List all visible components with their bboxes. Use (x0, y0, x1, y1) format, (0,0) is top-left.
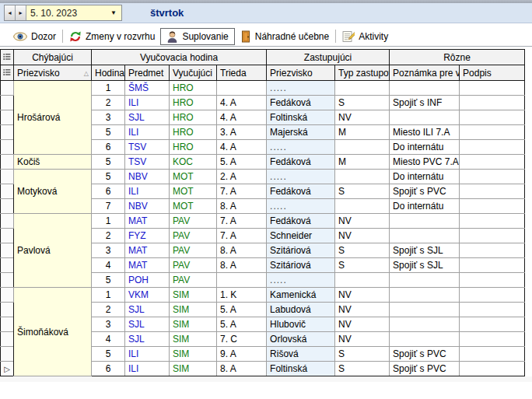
signature-cell[interactable] (460, 199, 525, 214)
subject-cell[interactable]: ILI (125, 96, 170, 110)
subject-cell[interactable]: ŠMŠ (125, 81, 170, 96)
note-cell[interactable] (390, 110, 460, 125)
signature-cell[interactable] (460, 184, 525, 199)
note-cell[interactable] (390, 81, 460, 96)
column-header-priezvisko-missing[interactable]: △ Priezvisko (14, 65, 92, 81)
class-cell[interactable]: 4. A (217, 140, 267, 155)
class-cell[interactable]: 8. A (217, 243, 267, 258)
lesson-number-cell[interactable]: 4 (92, 258, 125, 273)
teacher-code-cell[interactable]: SIM (170, 347, 217, 362)
row-selector-cell[interactable] (1, 229, 14, 243)
substitute-teacher-cell[interactable]: Fedáková (267, 155, 335, 170)
class-cell[interactable]: 8. A (217, 258, 267, 273)
missing-teacher-cell[interactable]: Kočiš (14, 155, 92, 170)
tab-aktivity[interactable]: Aktivity (337, 28, 394, 45)
row-selector-cell[interactable] (1, 258, 14, 273)
teacher-code-cell[interactable]: MOT (170, 199, 217, 214)
lesson-number-cell[interactable]: 2 (92, 303, 125, 317)
column-header-hodina[interactable]: Hodina (92, 65, 125, 81)
signature-cell[interactable] (460, 81, 525, 96)
lesson-number-cell[interactable]: 2 (92, 229, 125, 243)
substitution-type-cell[interactable] (335, 81, 390, 96)
note-cell[interactable]: Miesto ILI 7.A (390, 125, 460, 140)
substitution-type-cell[interactable]: NV (335, 317, 390, 332)
substitute-teacher-cell[interactable]: Labudová (267, 303, 335, 317)
teacher-code-cell[interactable]: HRO (170, 140, 217, 155)
substitution-type-cell[interactable]: NV (335, 110, 390, 125)
signature-cell[interactable] (460, 155, 525, 170)
note-cell[interactable]: Spojiť s PVC (390, 347, 460, 362)
substitution-type-cell[interactable] (335, 170, 390, 184)
signature-cell[interactable] (460, 243, 525, 258)
substitute-teacher-cell[interactable]: Foltinská (267, 110, 335, 125)
class-cell[interactable]: 8. A (217, 362, 267, 376)
substitute-teacher-cell[interactable]: Fedáková (267, 184, 335, 199)
class-cell[interactable]: 5. A (217, 303, 267, 317)
lesson-number-cell[interactable]: 5 (92, 273, 125, 288)
row-selector-cell[interactable] (1, 214, 14, 229)
class-cell[interactable]: 1. K (217, 288, 267, 303)
lesson-number-cell[interactable]: 1 (92, 81, 125, 96)
class-cell[interactable]: 5. A (217, 317, 267, 332)
row-selector-cell[interactable] (1, 317, 14, 332)
note-cell[interactable]: Miesto PVC 7.A (390, 155, 460, 170)
lesson-number-cell[interactable]: 3 (92, 317, 125, 332)
note-cell[interactable] (390, 214, 460, 229)
substitute-teacher-cell[interactable]: Szitáriová (267, 243, 335, 258)
lesson-number-cell[interactable]: 7 (92, 199, 125, 214)
substitute-teacher-cell[interactable]: Fedáková (267, 214, 335, 229)
subject-cell[interactable]: SJL (125, 317, 170, 332)
next-day-button[interactable]: ▸ (16, 5, 26, 20)
tab-suplovanie[interactable]: Suplovanie (160, 28, 234, 45)
substitution-type-cell[interactable] (335, 273, 390, 288)
class-cell[interactable]: 4. A (217, 110, 267, 125)
substitution-type-cell[interactable]: M (335, 155, 390, 170)
subject-cell[interactable]: TSV (125, 155, 170, 170)
teacher-code-cell[interactable]: HRO (170, 81, 217, 96)
note-cell[interactable]: Spojiť s PVC (390, 362, 460, 376)
subject-cell[interactable]: ILI (125, 184, 170, 199)
row-selector-cell[interactable] (1, 347, 14, 362)
note-cell[interactable] (390, 303, 460, 317)
substitute-teacher-cell[interactable]: ..... (267, 199, 335, 214)
subject-cell[interactable]: ILI (125, 362, 170, 376)
class-cell[interactable]: 7. C (217, 332, 267, 347)
signature-cell[interactable] (460, 362, 525, 376)
substitute-teacher-cell[interactable]: Szitáriová (267, 258, 335, 273)
substitution-type-cell[interactable]: NV (335, 332, 390, 347)
lesson-number-cell[interactable]: 3 (92, 110, 125, 125)
substitute-teacher-cell[interactable]: ..... (267, 273, 335, 288)
signature-cell[interactable] (460, 332, 525, 347)
substitution-type-cell[interactable]: NV (335, 288, 390, 303)
lesson-number-cell[interactable]: 6 (92, 184, 125, 199)
substitution-type-cell[interactable]: S (335, 362, 390, 376)
class-cell[interactable] (217, 81, 267, 96)
lesson-number-cell[interactable]: 5 (92, 170, 125, 184)
subject-cell[interactable]: SJL (125, 332, 170, 347)
subject-cell[interactable]: ILI (125, 125, 170, 140)
note-cell[interactable] (390, 332, 460, 347)
substitute-teacher-cell[interactable]: Majerská (267, 125, 335, 140)
lesson-number-cell[interactable]: 3 (92, 243, 125, 258)
note-cell[interactable]: Spojiť s SJL (390, 258, 460, 273)
teacher-code-cell[interactable]: HRO (170, 110, 217, 125)
row-selector-cell[interactable]: ▷ (1, 362, 14, 376)
row-selector-cell[interactable] (1, 199, 14, 214)
column-header-predmet[interactable]: Predmet (125, 65, 170, 81)
substitution-type-cell[interactable]: S (335, 347, 390, 362)
teacher-code-cell[interactable]: SIM (170, 332, 217, 347)
teacher-code-cell[interactable]: KOC (170, 155, 217, 170)
signature-cell[interactable] (460, 303, 525, 317)
row-selector-cell[interactable] (1, 243, 14, 258)
subject-cell[interactable]: SJL (125, 110, 170, 125)
teacher-code-cell[interactable]: SIM (170, 303, 217, 317)
lesson-number-cell[interactable]: 5 (92, 155, 125, 170)
row-selector-cell[interactable] (1, 155, 14, 170)
note-cell[interactable]: Do internátu (390, 199, 460, 214)
missing-teacher-cell[interactable]: Hrošárová (14, 81, 92, 155)
substitute-teacher-cell[interactable]: Foltinská (267, 362, 335, 376)
note-cell[interactable]: Do internátu (390, 170, 460, 184)
substitution-type-cell[interactable] (335, 140, 390, 155)
substitute-teacher-cell[interactable]: Kamenická (267, 288, 335, 303)
lesson-number-cell[interactable]: 5 (92, 125, 125, 140)
